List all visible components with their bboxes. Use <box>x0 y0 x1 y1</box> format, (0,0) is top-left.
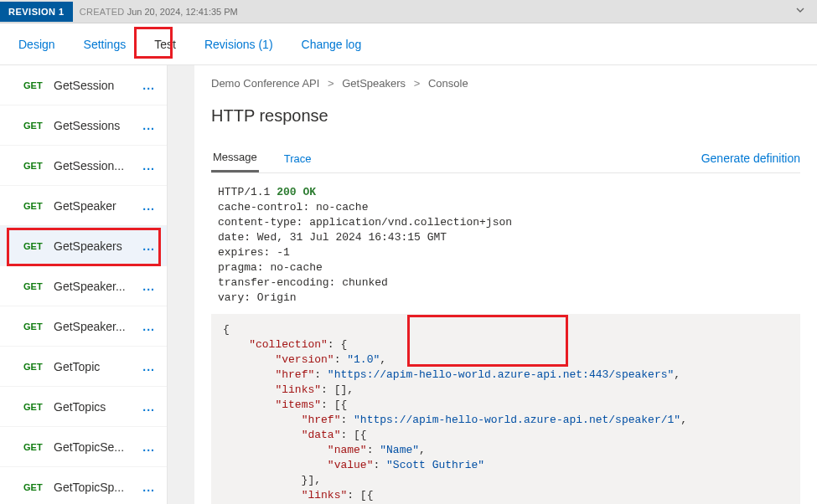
breadcrumb-item[interactable]: Demo Conference API <box>211 77 319 90</box>
header-line: date: Wed, 31 Jul 2024 16:43:15 GMT <box>218 230 794 245</box>
operation-name: GetSession... <box>54 159 139 172</box>
operation-name: GetSpeakers <box>54 239 139 253</box>
more-icon[interactable]: ... <box>139 440 158 454</box>
json-body: { "collection": { "version": "1.0", "hre… <box>211 314 800 504</box>
operation-row[interactable]: GETGetTopic... <box>0 347 167 387</box>
http-verb: GET <box>23 161 54 171</box>
http-verb: GET <box>23 442 54 452</box>
more-icon[interactable]: ... <box>139 400 158 414</box>
operation-row[interactable]: GETGetSessions... <box>0 105 167 146</box>
operation-name: GetSpeaker <box>54 199 139 213</box>
more-icon[interactable]: ... <box>139 239 158 253</box>
revision-badge: REVISION 1 <box>0 2 73 22</box>
more-icon[interactable]: ... <box>139 360 158 373</box>
operation-name: GetTopicSp... <box>54 481 139 494</box>
breadcrumb: Demo Conference API > GetSpeakers > Cons… <box>211 77 800 90</box>
page-title: HTTP response <box>211 106 800 126</box>
more-icon[interactable]: ... <box>139 320 158 333</box>
operation-name: GetTopic <box>54 360 139 373</box>
breadcrumb-sep: > <box>414 77 421 90</box>
operation-row[interactable]: GETGetSpeaker...... <box>0 266 167 306</box>
revision-created-value: Jun 20, 2024, 12:41:35 PM <box>127 7 238 17</box>
main-area: GETGetSession...GETGetSessions...GETGetS… <box>0 65 817 504</box>
tab-design[interactable]: Design <box>17 33 57 56</box>
tab-settings[interactable]: Settings <box>82 33 128 56</box>
tab-test[interactable]: Test <box>153 33 178 56</box>
top-tab-row: Design Settings Test Revisions (1) Chang… <box>0 23 817 65</box>
revision-created-label: CREATED <box>80 7 125 17</box>
operation-row[interactable]: GETGetSession... <box>0 65 167 105</box>
header-line: pragma: no-cache <box>218 260 794 275</box>
operation-row[interactable]: GETGetSpeaker... <box>0 186 167 226</box>
header-line: expires: -1 <box>218 245 794 260</box>
operation-row[interactable]: GETGetTopicSp...... <box>0 467 167 504</box>
operation-name: GetTopics <box>54 400 139 414</box>
operation-name: GetSpeaker... <box>54 280 139 293</box>
http-headers: HTTP/1.1 200 OK cache-control: no-cache … <box>211 173 800 314</box>
operation-name: GetTopicSe... <box>54 440 139 454</box>
operation-row[interactable]: GETGetSpeakers... <box>0 226 167 266</box>
http-verb: GET <box>23 121 54 131</box>
header-line: content-type: application/vnd.collection… <box>218 215 794 230</box>
http-verb: GET <box>23 281 54 291</box>
generate-definition-link[interactable]: Generate definition <box>701 152 800 165</box>
tab-change-log[interactable]: Change log <box>300 33 364 56</box>
breadcrumb-item: Console <box>428 77 468 90</box>
operations-sidebar: GETGetSession...GETGetSessions...GETGetS… <box>0 65 168 504</box>
chevron-down-icon[interactable] <box>795 5 805 18</box>
http-verb: GET <box>23 402 54 412</box>
http-verb: GET <box>23 201 54 211</box>
tab-revisions[interactable]: Revisions (1) <box>203 33 275 56</box>
operation-row[interactable]: GETGetSpeaker...... <box>0 306 167 347</box>
http-verb: GET <box>23 482 54 492</box>
operation-name: GetSessions <box>54 119 139 132</box>
more-icon[interactable]: ... <box>139 79 158 92</box>
status-line-proto: HTTP/1.1 <box>218 186 277 198</box>
revision-bar: REVISION 1 CREATED Jun 20, 2024, 12:41:3… <box>0 0 817 23</box>
revision-created: CREATED Jun 20, 2024, 12:41:35 PM <box>80 7 238 17</box>
breadcrumb-item[interactable]: GetSpeakers <box>342 77 406 90</box>
breadcrumb-sep: > <box>328 77 334 90</box>
content-pane: Demo Conference API > GetSpeakers > Cons… <box>194 65 817 504</box>
more-icon[interactable]: ... <box>139 280 158 293</box>
more-icon[interactable]: ... <box>139 119 158 132</box>
more-icon[interactable]: ... <box>139 481 158 494</box>
http-verb: GET <box>23 321 54 332</box>
header-line: cache-control: no-cache <box>218 200 794 215</box>
operation-row[interactable]: GETGetSession...... <box>0 146 167 186</box>
more-icon[interactable]: ... <box>139 159 158 172</box>
more-icon[interactable]: ... <box>139 199 158 213</box>
response-tabs: Message Trace Generate definition <box>211 144 800 173</box>
status-line-code: 200 OK <box>277 186 316 198</box>
http-verb: GET <box>23 241 54 251</box>
http-verb: GET <box>23 362 54 372</box>
operation-name: GetSpeaker... <box>54 320 139 333</box>
tab-trace[interactable]: Trace <box>282 146 313 172</box>
scroll-gutter <box>168 65 194 504</box>
tab-message[interactable]: Message <box>211 144 259 172</box>
http-verb: GET <box>23 80 54 90</box>
header-line: vary: Origin <box>218 291 794 306</box>
operation-row[interactable]: GETGetTopics... <box>0 387 167 427</box>
operation-name: GetSession <box>54 79 139 92</box>
header-line: transfer-encoding: chunked <box>218 275 794 291</box>
operation-row[interactable]: GETGetTopicSe...... <box>0 427 167 467</box>
